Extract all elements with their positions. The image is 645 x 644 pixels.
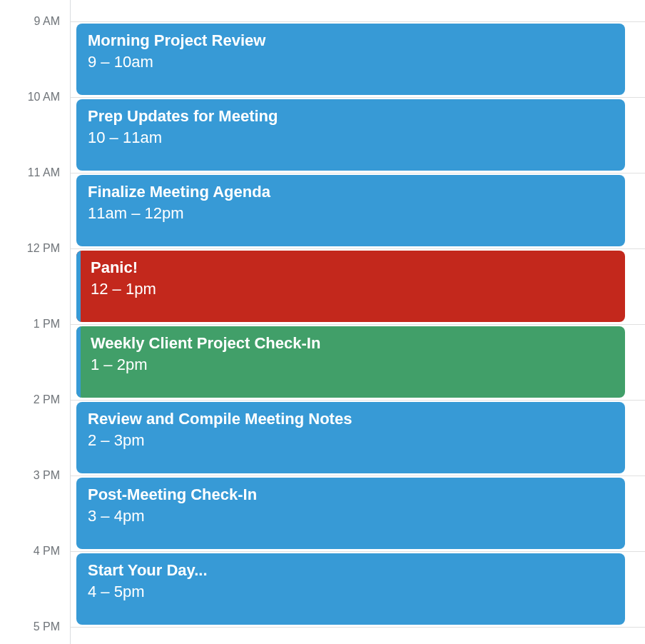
grid-line	[71, 173, 645, 173]
grid-line	[71, 324, 645, 325]
calendar-event[interactable]: Start Your Day...4 – 5pm	[76, 553, 625, 625]
time-label: 12 PM	[27, 242, 60, 255]
event-time: 3 – 4pm	[88, 506, 615, 526]
calendar-event[interactable]: Review and Compile Meeting Notes2 – 3pm	[76, 402, 625, 473]
event-time: 9 – 10am	[88, 52, 615, 72]
calendar-event[interactable]: Post-Meeting Check-In3 – 4pm	[76, 478, 625, 549]
event-time: 1 – 2pm	[91, 355, 615, 375]
time-label: 9 AM	[34, 15, 60, 28]
event-title: Panic!	[91, 258, 615, 278]
event-time: 11am – 12pm	[88, 203, 615, 223]
event-title: Weekly Client Project Check-In	[91, 333, 615, 353]
event-title: Start Your Day...	[88, 560, 615, 580]
grid-line	[71, 97, 645, 98]
time-label: 4 PM	[34, 545, 60, 558]
calendar-event[interactable]: Finalize Meeting Agenda11am – 12pm	[76, 175, 625, 246]
calendar-day-view: 9 AM10 AM11 AM12 PM1 PM2 PM3 PM4 PM5 PM …	[0, 0, 645, 644]
grid-line	[71, 21, 645, 22]
time-label: 3 PM	[34, 469, 60, 482]
event-time: 2 – 3pm	[88, 431, 615, 451]
calendar-event[interactable]: Prep Updates for Meeting10 – 11am	[76, 99, 625, 171]
event-time: 10 – 11am	[88, 128, 615, 148]
event-title: Finalize Meeting Agenda	[88, 182, 615, 202]
time-label: 11 AM	[28, 166, 60, 179]
event-title: Review and Compile Meeting Notes	[88, 409, 615, 429]
grid-line	[71, 551, 645, 552]
event-title: Morning Project Review	[88, 31, 615, 51]
time-label: 5 PM	[34, 620, 60, 633]
time-label: 2 PM	[34, 393, 60, 406]
grid-line	[71, 476, 645, 476]
event-title: Post-Meeting Check-In	[88, 485, 615, 505]
calendar-grid[interactable]: Morning Project Review9 – 10amPrep Updat…	[70, 0, 645, 644]
grid-line	[71, 248, 645, 249]
calendar-event[interactable]: Panic!12 – 1pm	[76, 251, 625, 322]
grid-line	[71, 400, 645, 401]
time-label: 1 PM	[34, 318, 60, 331]
grid-line	[71, 627, 645, 628]
event-time: 4 – 5pm	[88, 582, 615, 602]
event-time: 12 – 1pm	[91, 279, 615, 299]
time-label: 10 AM	[28, 91, 60, 104]
calendar-event[interactable]: Morning Project Review9 – 10am	[76, 24, 625, 95]
calendar-event[interactable]: Weekly Client Project Check-In1 – 2pm	[76, 326, 625, 398]
event-title: Prep Updates for Meeting	[88, 106, 615, 126]
time-gutter: 9 AM10 AM11 AM12 PM1 PM2 PM3 PM4 PM5 PM	[0, 0, 70, 644]
